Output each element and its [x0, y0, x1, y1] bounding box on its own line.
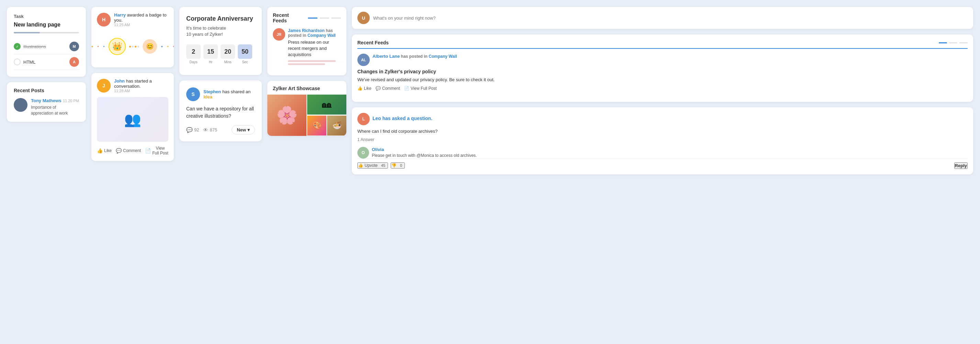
main-feed-author-name[interactable]: Alberto Lane [372, 54, 399, 59]
feeds-body: Press release on our recent mergers and … [288, 39, 341, 58]
idea-author-name[interactable]: Stephen [204, 89, 221, 94]
art-image-3[interactable]: 🎨 [307, 115, 326, 136]
art-image-1[interactable]: 🌸 [267, 94, 307, 136]
conv-author-avatar: J [97, 79, 111, 93]
chevron-down-icon: ▾ [247, 127, 250, 133]
feeds-tabs [308, 18, 341, 19]
main-feed-like-button[interactable]: 👍 Like [357, 86, 371, 91]
task-item-html[interactable]: HTML A [14, 54, 79, 70]
task-title: New landing page [14, 22, 79, 28]
task-check-done: ✓ [14, 43, 21, 50]
count-hr-label: Hr [209, 60, 213, 64]
answer-text: Please get in touch with @Monica to acce… [372, 153, 477, 158]
conv-view-button[interactable]: 📄 View Full Post [145, 146, 169, 155]
task-progress-bar [14, 32, 79, 34]
idea-views-stat: 👁 875 [203, 127, 217, 133]
conv-comment-button[interactable]: 💬 Comment [116, 148, 141, 154]
post-avatar [14, 98, 27, 112]
conv-header: J John has started a conversation. 11:28… [97, 78, 169, 93]
main-feed-view-button[interactable]: 📄 View Full Post [404, 86, 437, 91]
idea-comment-count: 92 [194, 127, 199, 133]
art-image-4[interactable]: 🍜 [327, 115, 346, 136]
main-feed-body: We've revised and updated our privacy po… [357, 76, 967, 83]
question-body: Where can I find old corporate archives? [357, 129, 967, 134]
feeds-wall-link[interactable]: Company Wall [307, 33, 336, 38]
feeds-sidebar-item: JR James Richardson has posted in Compan… [273, 28, 341, 65]
feeds-author-name[interactable]: James Richardson [288, 28, 325, 33]
badge-author-avatar: H [97, 13, 111, 27]
main-feeds-tab-1[interactable] [939, 42, 947, 43]
idea-meta: Stephen has shared an Idea [204, 89, 255, 99]
main-feeds-title: Recent Feeds [357, 40, 389, 45]
count-days-value: 2 [186, 44, 200, 59]
conversation-card: J John has started a conversation. 11:28… [91, 73, 174, 161]
recent-posts-card: Recent Posts Tony Mathews 11.20 PM Impor… [7, 82, 86, 122]
main-feed-wall-link[interactable]: Company Wall [429, 54, 457, 59]
downvote-count: 0 [398, 163, 404, 168]
badge-author-name[interactable]: Harry [114, 13, 126, 18]
feeds-tab-1[interactable] [308, 18, 318, 19]
conv-like-button[interactable]: 👍 Like [97, 148, 112, 154]
badge-visual: ✦ ✦ ✦ 👑 😊 ✦ ✦ ✦ [97, 31, 169, 62]
idea-header: S Stephen has shared an Idea [186, 87, 255, 101]
main-feeds-header: Recent Feeds [357, 40, 967, 49]
main-feed-item: AL Alberto Lane has posted in Company Wa… [357, 54, 967, 91]
avatar-illustrations: M [69, 42, 79, 51]
main-feeds-tabs [939, 42, 967, 43]
compose-card: U [352, 7, 973, 29]
question-author-text: Leo has asked a question. [372, 115, 432, 121]
anniversary-card: Corporate Anniversary It's time to celeb… [179, 7, 262, 75]
main-feed-comment-button[interactable]: 💬 Comment [375, 86, 400, 91]
count-days: 2 Days [186, 44, 200, 64]
post-text: Importance of appreciation at work [31, 105, 79, 116]
count-mins-label: Mins [224, 60, 231, 64]
main-feeds-card: Recent Feeds AL Alberto Lane has posted … [352, 34, 973, 102]
idea-type[interactable]: Idea [204, 94, 212, 99]
conv-text: John has started a conversation. [114, 78, 169, 89]
idea-stats: 💬 92 👁 875 New ▾ [186, 125, 255, 134]
downvote-button[interactable]: 👎 0 [391, 162, 405, 168]
art-showcase-card: Zylker Art Showcase 🌸 🏘 🎨 🍜 [267, 81, 346, 136]
like-icon: 👍 [97, 148, 103, 154]
recent-posts-title: Recent Posts [14, 88, 79, 93]
task-item-illustrations[interactable]: ✓ Illustrations M [14, 39, 79, 54]
feeds-sidebar-title: Recent Feeds [273, 13, 302, 23]
task-item-label-illustrations: Illustrations [23, 44, 46, 49]
badge-crown-icon: 👑 [108, 38, 126, 55]
upvote-icon: 👍 [358, 163, 363, 168]
idea-new-label: New [237, 127, 246, 133]
compose-input[interactable] [373, 16, 967, 21]
upvote-count: 45 [379, 163, 387, 168]
feeds-sidebar-card: Recent Feeds JR James Richardson has pos… [267, 7, 346, 75]
main-feeds-tab-2[interactable] [949, 42, 957, 43]
art-image-2[interactable]: 🏘 [307, 94, 346, 115]
idea-new-button[interactable]: New ▾ [232, 125, 255, 134]
count-hr: 15 Hr [204, 44, 218, 64]
reply-button[interactable]: Reply [954, 162, 967, 169]
idea-comments-stat: 💬 92 [186, 127, 199, 133]
answer-author-name[interactable]: Olivia [372, 147, 477, 152]
task-card: Task New landing page ✓ Illustrations M … [7, 7, 86, 77]
question-header: L Leo has asked a question. [357, 113, 967, 125]
feeds-tab-3[interactable] [331, 18, 341, 19]
art-grid: 🌸 🏘 🎨 🍜 [267, 94, 346, 136]
main-feeds-tab-3[interactable] [959, 42, 967, 43]
main-feed-title: Changes in Zylker's privacy policy [357, 69, 967, 74]
post-author[interactable]: Tony Mathews [31, 98, 62, 103]
main-feed-avatar: AL [357, 54, 370, 66]
avatar-html: A [69, 57, 79, 67]
conv-actions: 👍 Like 💬 Comment 📄 View Full Post [97, 146, 169, 155]
conv-time: 11:28 AM [114, 89, 169, 93]
feeds-tab-2[interactable] [320, 18, 329, 19]
count-mins: 20 Mins [221, 44, 235, 64]
main-feed-author: Alberto Lane has posted in Company Wall [372, 54, 457, 59]
conversation-image: 👥 [97, 97, 169, 142]
badge-header: H Harry awarded a badge to you. 11:25 AM [97, 13, 169, 27]
upvote-button[interactable]: 👍 Upvote 45 [357, 162, 388, 168]
idea-card: S Stephen has shared an Idea Can we have… [179, 80, 262, 141]
badge-time: 11:25 AM [114, 23, 169, 27]
conv-author-name[interactable]: John [114, 78, 125, 83]
feeds-author-meta: James Richardson has posted in Company W… [288, 28, 341, 38]
comment-bubble-icon: 💬 [186, 127, 193, 133]
anniversary-desc: It's time to celebrate10 years of Zylker… [186, 25, 255, 37]
